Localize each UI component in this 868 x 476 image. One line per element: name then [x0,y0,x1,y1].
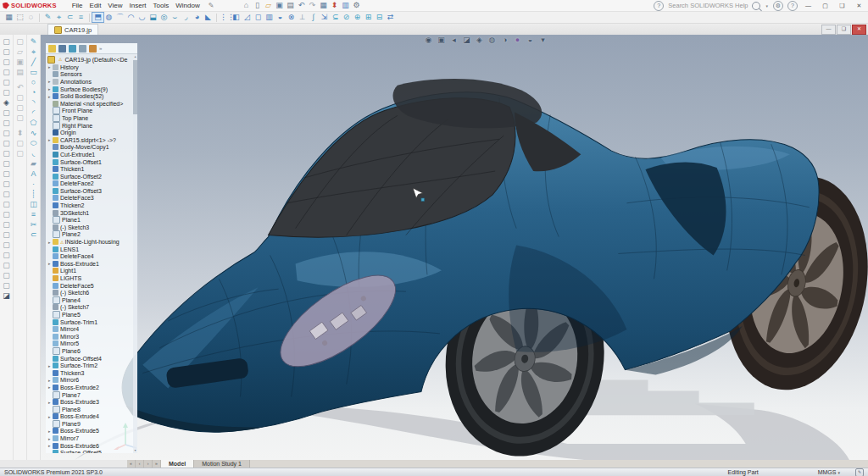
draft-icon[interactable]: ◿ [242,13,253,22]
shaded-with-edges-icon[interactable]: ▢ [2,250,12,260]
help-icon[interactable]: ? [787,1,798,11]
tree-item[interactable]: ▸Mirror7 [46,434,133,442]
hidden-lines-visible-icon[interactable]: ▢ [2,230,12,240]
edit-appearance-icon[interactable]: ● [513,36,522,45]
rebuild-icon[interactable]: ⬍ [15,128,25,138]
right-view-icon[interactable]: ▢ [2,148,12,158]
units-selector[interactable]: MMGS [818,469,837,475]
hidden-lines-removed-icon[interactable]: ▢ [2,240,12,250]
tree-item[interactable]: Material <not specified> [46,100,133,108]
magnified-selection-icon[interactable]: ▢ [2,57,12,67]
apply-scene-icon[interactable]: ◒ [526,36,535,45]
previous-view-icon[interactable]: ◂ [449,36,459,45]
tree-item[interactable]: ▸CAR15.sldprt<1> ->? [46,136,133,144]
tree-item[interactable]: Mirror5 [46,340,133,348]
select-icon[interactable]: ▦ [3,13,14,22]
tree-item[interactable]: Mirror4 [46,325,133,333]
copy-icon[interactable]: ▢ [15,102,25,113]
next-tab-icon[interactable]: › [144,460,153,468]
shell-icon[interactable]: ◻ [253,13,264,22]
tree-item[interactable]: Plane4 [46,296,133,304]
help-globe-icon[interactable]: ? [654,1,664,11]
options-icon[interactable]: ⚙ [351,1,361,10]
move-copy-icon[interactable]: ⇄ [385,13,396,22]
car-model-3d-view[interactable] [41,35,868,460]
box-select-icon[interactable]: ⬚ [14,13,25,22]
tree-item[interactable]: 3DSketch1 [46,209,133,217]
ellipse-icon[interactable]: ⬭ [29,138,39,148]
tree-item[interactable]: Plane6 [46,347,133,355]
tree-item[interactable]: ▸History [46,64,133,71]
custom-properties-icon[interactable]: ✎ [855,468,864,476]
wireframe-icon[interactable]: ▢ [2,219,12,230]
tree-item[interactable]: Surface-Offset3 [46,187,133,195]
sketch-icon[interactable]: ✎ [29,36,39,47]
swept-cut-icon[interactable]: ⌣ [170,13,181,22]
tree-item[interactable]: Top Plane [46,114,133,122]
save-icon[interactable]: ▣ [274,1,284,10]
rebuild-icon[interactable]: ⬍ [329,1,339,10]
tree-item[interactable]: ▸⚠INside-Light-housing [46,238,133,246]
view-orientation-icon[interactable]: ◈ [475,36,484,45]
curves-icon[interactable]: ∫ [308,13,319,22]
polygon-icon[interactable]: ⬠ [29,118,39,128]
tree-item[interactable]: Surface-Offset2 [46,173,133,180]
menu-view[interactable]: View [108,2,122,9]
child-restore-button[interactable]: ❏ [837,25,851,35]
tree-item[interactable]: ▸Surface-Trim2 [46,362,133,369]
units-caret-icon[interactable]: ▾ [837,470,840,475]
offset-entities-icon[interactable]: ≡ [29,209,39,219]
intersect-icon[interactable]: ⊗ [286,13,297,22]
wrap-icon[interactable]: ◒ [275,13,286,22]
file-properties-icon[interactable]: ▥ [340,1,350,10]
tree-item[interactable]: ▸Boss-Extrude6 [46,442,133,450]
scroll-up-icon[interactable]: ▴ [133,54,137,59]
tree-item[interactable]: LENS1 [46,246,133,253]
featuremanager-tabs-overflow-icon[interactable]: » [99,46,102,51]
revolved-boss-icon[interactable]: ◍ [103,13,114,22]
delete-face-icon[interactable]: ⊟ [374,13,385,22]
zoom-to-fit-icon[interactable]: ◉ [424,36,433,45]
menu-file[interactable]: File [72,2,83,9]
tree-item[interactable]: Plane7 [46,391,133,399]
open-icon[interactable]: ▱ [15,47,25,57]
graphics-viewport[interactable]: ◉▣◂◪◈◍◑●◒▾ » ⚠ CAR19-jp (Default<<De ▸Hi… [41,35,868,460]
surface-offset-icon[interactable]: ⊆ [330,13,341,22]
print-icon[interactable]: ▤ [15,67,25,77]
tree-item[interactable]: Surface-Offset4 [46,355,133,363]
maximize-button[interactable]: ▢ [819,1,832,10]
tree-item[interactable]: Surface-Trim1 [46,318,133,326]
back-view-icon[interactable]: ▢ [2,128,12,138]
instant3d-icon[interactable]: ⇲ [319,13,330,22]
tab-dimxpertmanager[interactable] [79,45,86,53]
convert-entities-icon[interactable]: ⊂ [29,230,39,240]
3-point-arc-icon[interactable]: ◜ [29,108,39,118]
thicken-icon[interactable]: ⊞ [363,13,374,22]
cut-icon[interactable]: ▢ [15,92,25,102]
extruded-cut-icon[interactable]: ⬓ [147,13,159,22]
last-tab-icon[interactable]: » [153,460,161,468]
minimize-button[interactable]: — [802,1,815,10]
new-icon[interactable]: ▢ [15,36,25,47]
tree-item[interactable]: ▸Mirror6 [46,377,133,385]
circle-icon[interactable]: ○ [29,77,39,87]
previous-tab-icon[interactable]: ‹ [136,460,144,468]
tree-item[interactable]: ▸Solid Bodies(52) [46,92,133,100]
standard-views-icon[interactable]: ▢ [2,108,12,118]
tree-item[interactable]: Right Plane [46,122,133,130]
restore-button[interactable]: ❏ [836,1,849,10]
pin-icon[interactable]: ✎ [209,2,214,9]
tree-item[interactable]: ▸Surface Bodies(9) [46,86,133,93]
tree-item[interactable]: LIGHTS [46,274,133,282]
scroll-down-icon[interactable]: ▾ [133,448,137,453]
print-icon[interactable]: ▤ [285,1,295,10]
redo-icon[interactable]: ↷ [307,1,317,10]
menu-insert[interactable]: Insert [130,2,147,9]
tree-item[interactable]: Plane1 [46,216,133,224]
convert-entities-icon[interactable]: ⊂ [64,13,75,22]
save-icon[interactable]: ▣ [15,57,25,67]
sketch-fillet-icon[interactable]: ◟ [29,148,39,158]
tab-configurationmanager[interactable] [69,45,76,53]
home-icon[interactable]: ⌂ [241,1,251,10]
paste-icon[interactable]: ▢ [15,113,25,123]
